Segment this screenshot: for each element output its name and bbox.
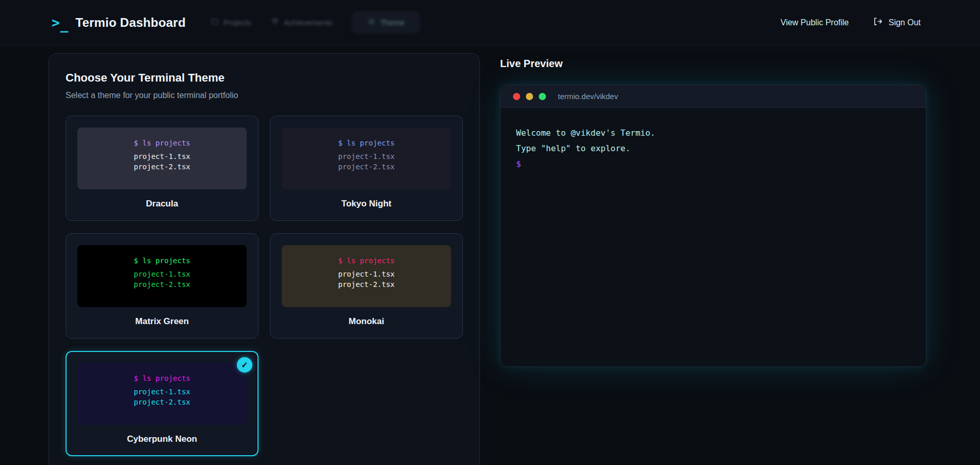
preview-command: $ ls projects <box>338 139 395 147</box>
header-actions: View Public Profile Sign Out <box>781 17 921 28</box>
preview-file-2: project-2.tsx <box>338 279 395 290</box>
tab-theme-label: Theme <box>380 18 405 27</box>
theme-preview-terminal: $ ls projects project-1.tsx project-2.ts… <box>77 245 247 307</box>
preview-text-block: $ ls projects project-1.tsx project-2.ts… <box>338 139 395 172</box>
terminal-prompt-icon: >_ <box>52 15 68 30</box>
live-preview-section: Live Preview termio.dev/vikdev Welcome t… <box>500 58 926 367</box>
theme-preview-terminal: $ ls projects project-1.tsx project-2.ts… <box>282 245 451 307</box>
theme-card-tokyo-night[interactable]: ✓ $ ls projects project-1.tsx project-2.… <box>270 116 463 221</box>
sign-out-label: Sign Out <box>889 18 921 27</box>
theme-name-label: Monokai <box>282 316 451 327</box>
tab-achievements-label: Achievements <box>284 18 332 27</box>
preview-command: $ ls projects <box>134 256 190 265</box>
preview-file-1: project-1.tsx <box>134 151 190 162</box>
preview-file-1: project-1.tsx <box>338 269 395 279</box>
preview-command: $ ls projects <box>338 256 395 265</box>
theme-chooser-panel: Choose Your Terminal Theme Select a them… <box>49 53 480 465</box>
view-public-profile-link[interactable]: View Public Profile <box>781 18 849 27</box>
folder-icon <box>211 18 219 27</box>
theme-preview-terminal: $ ls projects project-1.tsx project-2.ts… <box>77 127 247 189</box>
preview-file-2: project-2.tsx <box>134 397 190 407</box>
preview-terminal-window: termio.dev/vikdev Welcome to @vikdev's T… <box>500 85 926 367</box>
preview-file-1: project-1.tsx <box>134 269 190 279</box>
gear-icon <box>367 18 376 27</box>
theme-card-cyberpunk-neon[interactable]: ✓ $ ls projects project-1.tsx project-2.… <box>66 351 259 456</box>
tab-projects[interactable]: Projects <box>211 18 251 27</box>
terminal-output: Welcome to @vikdev's Termio.Type "help" … <box>501 108 926 189</box>
preview-file-2: project-2.tsx <box>134 162 190 172</box>
theme-card-monokai[interactable]: ✓ $ ls projects project-1.tsx project-2.… <box>270 233 463 339</box>
preview-text-block: $ ls projects project-1.tsx project-2.ts… <box>134 374 190 407</box>
terminal-line: Type "help" to explore. <box>516 141 910 156</box>
maximize-traffic-light[interactable] <box>539 93 546 100</box>
panel-title: Choose Your Terminal Theme <box>66 71 463 85</box>
theme-card-matrix-green[interactable]: ✓ $ ls projects project-1.tsx project-2.… <box>66 233 259 339</box>
sign-out-button[interactable]: Sign Out <box>873 17 921 28</box>
terminal-title-bar: termio.dev/vikdev <box>501 85 926 108</box>
selected-check-badge: ✓ <box>237 357 252 373</box>
live-preview-title: Live Preview <box>500 58 926 70</box>
preview-file-2: project-2.tsx <box>338 162 395 172</box>
preview-file-1: project-1.tsx <box>134 387 190 397</box>
nav-tabs: Projects Achievements Theme <box>211 11 420 34</box>
theme-preview-terminal: $ ls projects project-1.tsx project-2.ts… <box>282 127 451 189</box>
terminal-address: termio.dev/vikdev <box>558 92 618 101</box>
theme-name-label: Matrix Green <box>77 316 247 327</box>
sign-out-icon <box>873 17 882 28</box>
theme-card-dracula[interactable]: ✓ $ ls projects project-1.tsx project-2.… <box>66 116 259 221</box>
app-title: Termio Dashboard <box>75 15 185 30</box>
preview-command: $ ls projects <box>134 374 190 382</box>
theme-preview-terminal: $ ls projects project-1.tsx project-2.ts… <box>77 363 247 425</box>
theme-name-label: Cyberpunk Neon <box>77 434 247 444</box>
minimize-traffic-light[interactable] <box>526 93 533 100</box>
preview-text-block: $ ls projects project-1.tsx project-2.ts… <box>134 256 190 290</box>
preview-command: $ ls projects <box>134 139 190 147</box>
check-icon: ✓ <box>241 360 248 370</box>
preview-file-2: project-2.tsx <box>134 279 190 290</box>
terminal-lines: Welcome to @vikdev's Termio.Type "help" … <box>516 125 910 156</box>
theme-name-label: Dracula <box>77 199 247 209</box>
tab-achievements[interactable]: Achievements <box>271 18 332 27</box>
terminal-line: Welcome to @vikdev's Termio. <box>516 125 910 141</box>
theme-card-grid: ✓ $ ls projects project-1.tsx project-2.… <box>66 116 463 456</box>
terminal-prompt: $ <box>516 156 910 172</box>
preview-file-1: project-1.tsx <box>338 151 395 162</box>
theme-name-label: Tokyo Night <box>282 199 451 209</box>
tab-projects-label: Projects <box>223 18 251 27</box>
app-header: >_ Termio Dashboard Projects Achievement… <box>0 0 980 45</box>
close-traffic-light[interactable] <box>513 93 520 100</box>
tab-theme[interactable]: Theme <box>352 11 420 34</box>
panel-subtitle: Select a theme for your public terminal … <box>66 91 463 100</box>
trophy-icon <box>271 18 279 27</box>
preview-text-block: $ ls projects project-1.tsx project-2.ts… <box>338 256 395 290</box>
preview-text-block: $ ls projects project-1.tsx project-2.ts… <box>134 139 190 172</box>
